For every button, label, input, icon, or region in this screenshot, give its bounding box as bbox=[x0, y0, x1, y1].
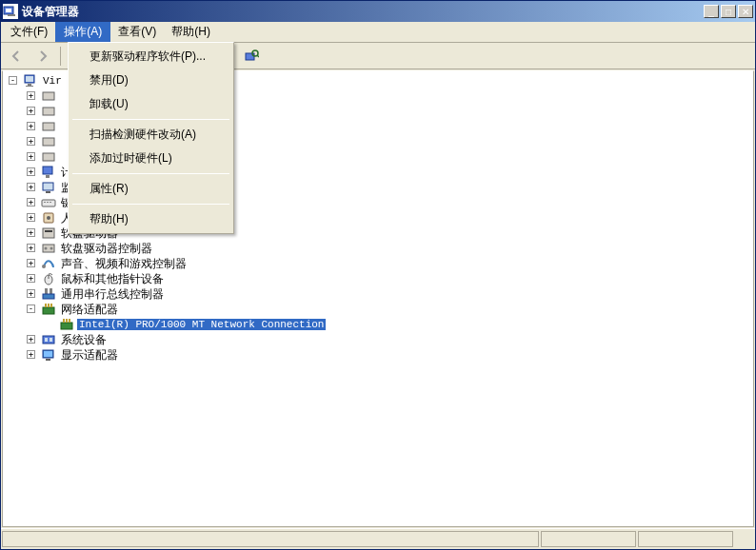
action-dropdown: 更新驱动程序软件(P)... 禁用(D) 卸载(U) 扫描检测硬件改动(A) 添… bbox=[68, 42, 234, 234]
menu-update-driver[interactable]: 更新驱动程序软件(P)... bbox=[70, 45, 231, 69]
menu-help[interactable]: 帮助(H) bbox=[164, 22, 218, 42]
svg-rect-40 bbox=[61, 323, 72, 329]
expand-toggle[interactable]: + bbox=[27, 228, 35, 237]
expand-toggle[interactable]: + bbox=[27, 213, 35, 222]
svg-rect-7 bbox=[26, 76, 33, 82]
device-manager-window: 设备管理器 _ □ ✕ 文件(F) 操作(A) 查看(V) 帮助(H) - Vi… bbox=[0, 0, 756, 550]
toolbar-separator bbox=[60, 47, 61, 66]
device-category-icon bbox=[41, 302, 56, 317]
svg-rect-18 bbox=[46, 191, 50, 193]
expand-toggle[interactable]: + bbox=[27, 152, 35, 161]
device-category-icon bbox=[41, 286, 56, 302]
menu-add-legacy[interactable]: 添加过时硬件(L) bbox=[70, 147, 231, 170]
device-category-icon bbox=[41, 104, 56, 119]
collapse-toggle[interactable]: - bbox=[27, 304, 35, 313]
expand-toggle[interactable]: + bbox=[27, 137, 35, 146]
expand-toggle[interactable]: + bbox=[27, 335, 35, 344]
svg-rect-12 bbox=[43, 123, 54, 130]
collapse-toggle[interactable]: - bbox=[9, 76, 17, 85]
svg-rect-19 bbox=[42, 200, 55, 206]
svg-rect-17 bbox=[43, 183, 53, 190]
tree-category[interactable]: + 显示适配器 bbox=[5, 347, 751, 363]
svg-rect-20 bbox=[44, 202, 46, 203]
menu-uninstall[interactable]: 卸载(U) bbox=[70, 92, 231, 116]
svg-rect-26 bbox=[45, 230, 52, 232]
scan-hardware-icon[interactable] bbox=[240, 46, 263, 67]
expand-toggle[interactable]: + bbox=[27, 350, 35, 359]
tree-category[interactable]: - 网络适配器 bbox=[5, 302, 751, 317]
device-category-icon bbox=[41, 256, 56, 271]
svg-point-24 bbox=[47, 216, 50, 220]
svg-rect-14 bbox=[43, 153, 54, 161]
device-category-icon bbox=[41, 226, 56, 241]
tree-root-label: Vir bbox=[41, 75, 64, 87]
device-category-icon bbox=[41, 180, 56, 195]
svg-rect-49 bbox=[46, 359, 50, 361]
expand-toggle[interactable]: + bbox=[27, 122, 35, 130]
expand-toggle[interactable]: + bbox=[27, 259, 35, 267]
device-category-icon bbox=[41, 149, 56, 165]
svg-point-28 bbox=[45, 247, 48, 250]
menu-file[interactable]: 文件(F) bbox=[3, 22, 55, 42]
svg-rect-35 bbox=[43, 294, 54, 299]
tree-category[interactable]: + 系统设备 bbox=[5, 332, 751, 347]
expand-toggle[interactable]: + bbox=[27, 289, 35, 298]
svg-rect-22 bbox=[50, 202, 51, 203]
tree-label: 网络适配器 bbox=[59, 302, 120, 318]
svg-rect-2 bbox=[8, 14, 15, 16]
menu-separator bbox=[72, 119, 229, 120]
svg-rect-11 bbox=[43, 108, 54, 115]
menu-scan-hardware[interactable]: 扫描检测硬件改动(A) bbox=[70, 123, 231, 147]
tree-label: 声音、视频和游戏控制器 bbox=[59, 256, 189, 272]
expand-toggle[interactable]: + bbox=[27, 167, 35, 176]
statusbar bbox=[1, 528, 755, 549]
menu-properties[interactable]: 属性(R) bbox=[70, 177, 231, 201]
menu-view[interactable]: 查看(V) bbox=[110, 22, 164, 42]
menu-disable[interactable]: 禁用(D) bbox=[70, 69, 231, 92]
tree-category[interactable]: + 声音、视频和游戏控制器 bbox=[5, 256, 751, 271]
close-button[interactable]: ✕ bbox=[738, 5, 753, 18]
svg-rect-1 bbox=[6, 9, 11, 12]
resize-grip[interactable] bbox=[735, 531, 754, 547]
expand-toggle[interactable]: + bbox=[27, 244, 35, 252]
minimize-button[interactable]: _ bbox=[704, 5, 719, 18]
device-category-icon bbox=[41, 195, 56, 210]
menu-help-item[interactable]: 帮助(H) bbox=[70, 207, 231, 231]
back-button[interactable] bbox=[5, 46, 28, 67]
svg-rect-39 bbox=[50, 304, 52, 307]
window-title: 设备管理器 bbox=[22, 4, 702, 20]
forward-button[interactable] bbox=[31, 46, 54, 67]
maximize-button[interactable]: □ bbox=[721, 5, 736, 18]
svg-point-30 bbox=[42, 265, 46, 268]
expand-toggle[interactable]: + bbox=[27, 198, 35, 206]
device-category-icon bbox=[41, 347, 56, 363]
expand-toggle[interactable]: + bbox=[27, 274, 35, 283]
device-category-icon bbox=[41, 134, 56, 149]
expand-toggle[interactable]: + bbox=[27, 91, 35, 100]
status-panel-main bbox=[2, 531, 539, 547]
svg-rect-16 bbox=[46, 175, 50, 178]
tree-category[interactable]: + 软盘驱动器控制器 bbox=[5, 241, 751, 256]
svg-rect-42 bbox=[66, 319, 68, 323]
svg-rect-34 bbox=[50, 288, 52, 294]
svg-rect-33 bbox=[45, 288, 48, 294]
device-category-icon bbox=[41, 271, 56, 286]
svg-rect-46 bbox=[50, 338, 52, 342]
tree-label: 鼠标和其他指针设备 bbox=[59, 271, 166, 287]
svg-rect-21 bbox=[47, 202, 49, 203]
menubar: 文件(F) 操作(A) 查看(V) 帮助(H) bbox=[1, 22, 755, 43]
svg-rect-9 bbox=[26, 86, 33, 87]
tree-device-item[interactable]: Intel(R) PRO/1000 MT Network Connection bbox=[5, 317, 751, 332]
menu-action[interactable]: 操作(A) bbox=[55, 22, 110, 42]
svg-rect-41 bbox=[63, 319, 65, 323]
expand-toggle[interactable]: + bbox=[27, 107, 35, 115]
svg-point-29 bbox=[50, 247, 53, 250]
expand-toggle[interactable]: + bbox=[27, 183, 35, 191]
status-panel-2 bbox=[541, 531, 636, 547]
tree-category[interactable]: + 通用串行总线控制器 bbox=[5, 286, 751, 302]
device-category-icon bbox=[41, 165, 56, 180]
svg-rect-43 bbox=[69, 319, 70, 323]
tree-category[interactable]: + 鼠标和其他指针设备 bbox=[5, 271, 751, 286]
svg-rect-48 bbox=[44, 351, 52, 357]
selected-device-label: Intel(R) PRO/1000 MT Network Connection bbox=[77, 319, 326, 330]
